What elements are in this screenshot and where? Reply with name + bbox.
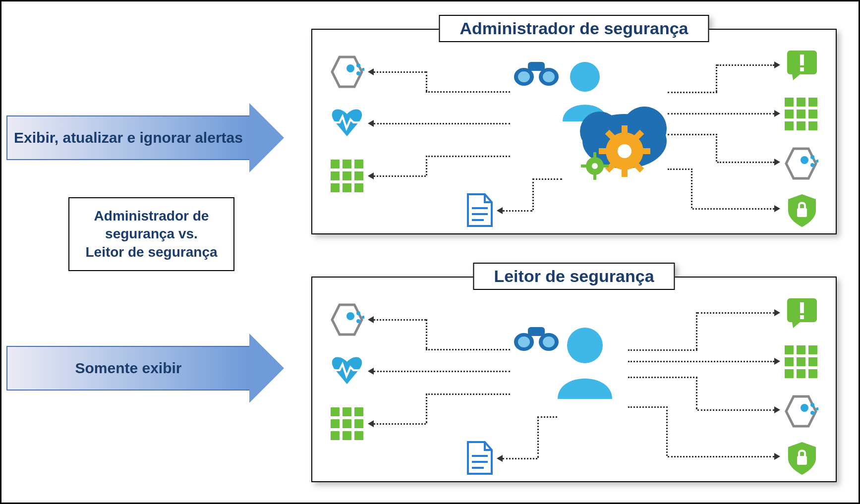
svg-rect-56	[581, 165, 587, 168]
arrow-view-update-dismiss: Exibir, atualizar e ignorar alertas	[6, 115, 284, 160]
svg-point-64	[356, 319, 360, 323]
svg-rect-71	[354, 419, 363, 428]
svg-rect-86	[797, 369, 805, 378]
svg-rect-17	[800, 67, 804, 71]
svg-rect-85	[785, 369, 794, 378]
svg-rect-9	[343, 171, 351, 180]
svg-point-91	[810, 411, 814, 415]
shield-lock-icon	[786, 193, 818, 230]
svg-rect-84	[808, 357, 817, 366]
svg-rect-12	[343, 183, 351, 192]
arrow-label: Exibir, atualizar e ignorar alertas	[6, 115, 249, 160]
svg-rect-10	[354, 171, 363, 180]
svg-rect-79	[785, 345, 794, 354]
svg-point-89	[801, 404, 808, 412]
comparison-line: segurança vs.	[80, 225, 223, 243]
svg-rect-21	[785, 110, 794, 118]
comparison-line: Leitor de segurança	[80, 243, 223, 261]
svg-rect-18	[785, 98, 794, 107]
svg-point-62	[346, 312, 354, 320]
svg-point-3	[356, 71, 360, 75]
svg-rect-83	[797, 357, 805, 366]
arrow-head-icon	[249, 334, 284, 403]
svg-rect-66	[331, 407, 340, 416]
svg-rect-98	[528, 327, 545, 336]
alert-icon	[786, 297, 818, 332]
comparison-line: Administrador de	[80, 207, 223, 225]
svg-rect-93	[797, 456, 807, 465]
heartbeat-icon	[330, 354, 364, 389]
arrow-head-icon	[249, 103, 284, 172]
binoculars-icon	[513, 57, 560, 89]
svg-rect-78	[800, 315, 804, 319]
svg-rect-45	[599, 148, 609, 154]
svg-point-1	[346, 64, 354, 72]
panel-title: Administrador de segurança	[439, 15, 709, 42]
svg-rect-8	[331, 171, 340, 180]
svg-rect-32	[797, 208, 807, 217]
svg-rect-57	[603, 165, 609, 168]
svg-point-2	[356, 63, 360, 67]
svg-rect-11	[331, 183, 340, 192]
panel-security-reader: Leitor de segurança	[311, 277, 837, 482]
svg-rect-26	[808, 121, 817, 130]
svg-marker-15	[792, 74, 800, 80]
svg-rect-74	[354, 431, 363, 440]
svg-rect-5	[331, 160, 340, 168]
svg-rect-69	[331, 419, 340, 428]
svg-rect-25	[797, 121, 805, 130]
grid-icon	[330, 406, 364, 443]
grid-icon	[330, 159, 364, 195]
svg-point-30	[810, 163, 814, 167]
panel-security-admin: Administrador de segurança	[311, 29, 837, 234]
hexagon-cluster-icon	[784, 146, 818, 183]
comparison-box: Administrador de segurança vs. Leitor de…	[68, 197, 234, 271]
svg-rect-87	[808, 369, 817, 378]
hexagon-cluster-icon	[784, 394, 818, 431]
document-icon	[466, 193, 493, 230]
svg-rect-19	[797, 98, 805, 107]
panel-title: Leitor de segurança	[473, 263, 675, 290]
svg-rect-81	[808, 345, 817, 354]
svg-rect-43	[622, 125, 628, 135]
svg-point-53	[592, 163, 598, 169]
svg-point-34	[518, 71, 530, 82]
svg-rect-80	[797, 345, 805, 354]
grid-icon	[784, 344, 818, 381]
svg-rect-24	[785, 121, 794, 130]
svg-rect-37	[528, 62, 545, 71]
svg-point-36	[543, 71, 555, 82]
cloud-gear-icon	[570, 102, 669, 188]
svg-rect-67	[343, 407, 351, 416]
svg-rect-77	[800, 302, 804, 313]
grid-icon	[784, 97, 818, 133]
svg-point-63	[356, 311, 360, 315]
svg-rect-16	[800, 55, 804, 65]
svg-marker-76	[792, 322, 800, 328]
svg-rect-6	[343, 160, 351, 168]
svg-point-51	[618, 144, 631, 158]
user-icon	[550, 325, 620, 406]
svg-rect-20	[808, 98, 817, 107]
arrow-label: Somente exibir	[6, 346, 249, 391]
svg-rect-68	[354, 407, 363, 416]
svg-point-90	[810, 403, 814, 407]
svg-rect-44	[622, 167, 628, 177]
hexagon-cluster-icon	[330, 55, 364, 91]
svg-rect-22	[797, 110, 805, 118]
arrow-view-only: Somente exibir	[6, 346, 284, 391]
svg-rect-70	[343, 419, 351, 428]
svg-point-95	[518, 336, 530, 347]
svg-rect-46	[640, 148, 650, 154]
svg-point-29	[810, 155, 814, 159]
svg-rect-23	[808, 110, 817, 118]
alert-icon	[786, 50, 818, 84]
document-icon	[466, 441, 493, 478]
svg-rect-72	[331, 431, 340, 440]
heartbeat-icon	[330, 107, 364, 141]
svg-point-28	[801, 156, 808, 164]
shield-lock-icon	[786, 441, 818, 478]
svg-rect-55	[593, 174, 596, 180]
svg-rect-54	[593, 152, 596, 158]
hexagon-cluster-icon	[330, 302, 364, 339]
